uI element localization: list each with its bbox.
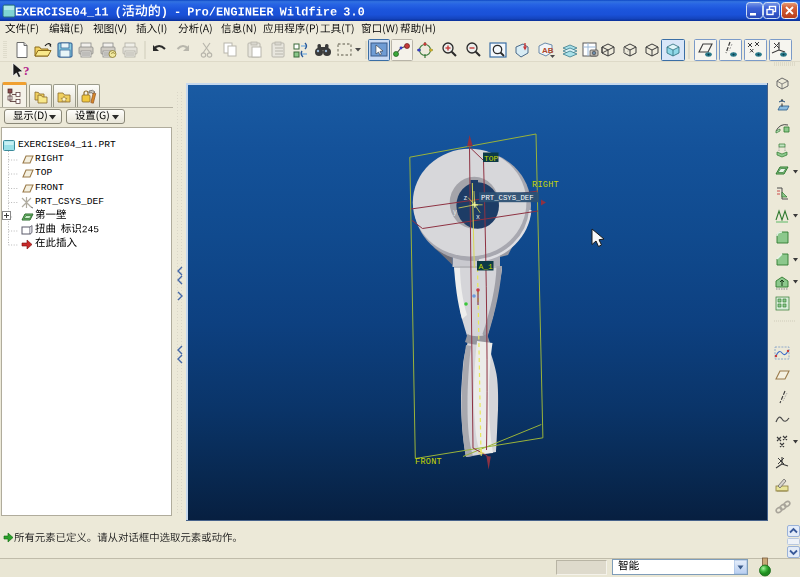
svg-text:RIGHT: RIGHT — [532, 180, 559, 190]
svg-text:y: y — [453, 209, 457, 216]
svg-text:x: x — [476, 214, 480, 221]
svg-text:AB: AB — [542, 46, 554, 55]
svg-text:PRT_CSYS_DEF: PRT_CSYS_DEF — [481, 194, 534, 202]
svg-text:FRONT: FRONT — [415, 457, 442, 467]
svg-text:z: z — [464, 195, 468, 202]
svg-text:A_1: A_1 — [479, 262, 494, 271]
svg-text:?: ? — [23, 63, 30, 78]
svg-text:TOP: TOP — [484, 154, 499, 163]
